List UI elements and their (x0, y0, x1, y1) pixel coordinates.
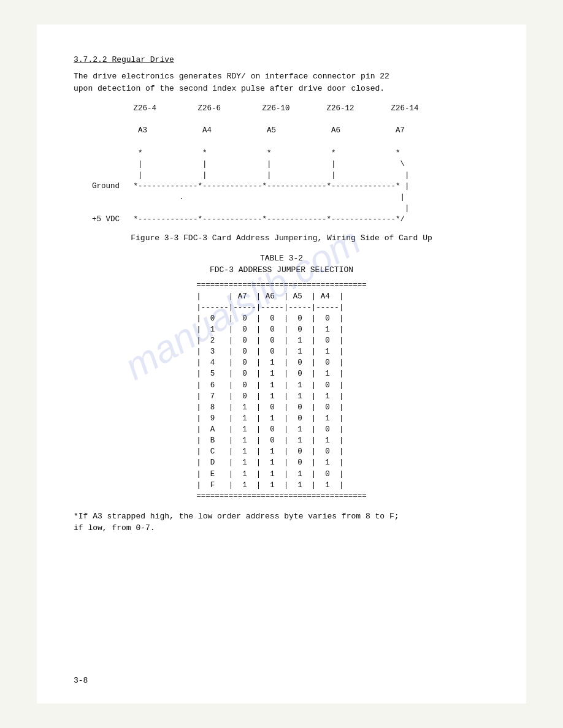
footnote: *If A3 strapped high, the low order addr… (74, 510, 489, 534)
section-heading: 3.7.2.2 Regular Drive (74, 55, 489, 64)
figure-caption: Figure 3-3 FDC-3 Card Address Jumpering,… (74, 233, 489, 243)
table-title-1: TABLE 3-2 (74, 254, 489, 263)
table-title-2: FDC-3 ADDRESS JUMPER SELECTION (74, 265, 489, 275)
body-text: The drive electronics generates RDY/ on … (74, 70, 489, 94)
table-content: ===================================== | … (196, 279, 367, 502)
page-number: 3-8 (74, 676, 88, 685)
diagram: Z26-4 Z26-6 Z26-10 Z26-12 Z26-14 A3 A4 A… (92, 103, 489, 225)
